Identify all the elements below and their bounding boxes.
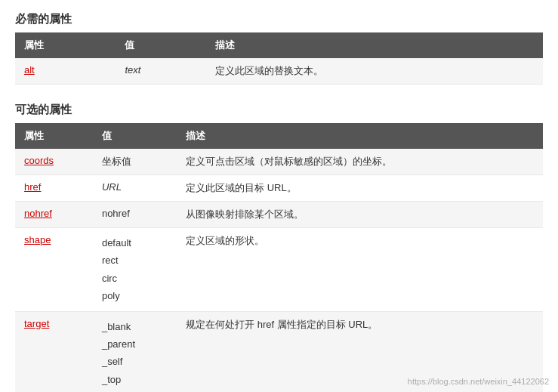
attr-cell[interactable]: shape xyxy=(15,228,93,312)
value-cell: defaultrectcircpoly xyxy=(93,228,177,312)
optional-header-desc: 描述 xyxy=(177,123,543,149)
table-row: shapedefaultrectcircpoly定义区域的形状。 xyxy=(15,228,543,312)
table-row: hrefURL定义此区域的目标 URL。 xyxy=(15,175,543,202)
required-section-title: 必需的属性 xyxy=(15,12,543,26)
optional-header-attr: 属性 xyxy=(15,123,93,149)
value-cell: URL xyxy=(93,175,177,202)
optional-header-val: 值 xyxy=(93,123,177,149)
attr-cell[interactable]: href xyxy=(15,175,93,202)
desc-cell: 定义可点击区域（对鼠标敏感的区域）的坐标。 xyxy=(177,149,543,175)
attr-cell[interactable]: alt xyxy=(15,58,116,85)
desc-cell: 定义此区域的目标 URL。 xyxy=(177,175,543,202)
required-header-attr: 属性 xyxy=(15,32,116,58)
desc-cell: 定义此区域的替换文本。 xyxy=(206,58,543,85)
table-row: nohrefnohref从图像映射排除某个区域。 xyxy=(15,202,543,228)
value-cell: text xyxy=(116,58,206,85)
optional-table: 属性 值 描述 coords坐标值定义可点击区域（对鼠标敏感的区域）的坐标。hr… xyxy=(15,123,543,392)
required-header-desc: 描述 xyxy=(206,32,543,58)
table-row: alttext定义此区域的替换文本。 xyxy=(15,58,543,85)
table-row: coords坐标值定义可点击区域（对鼠标敏感的区域）的坐标。 xyxy=(15,149,543,175)
value-cell: nohref xyxy=(93,202,177,228)
attr-cell[interactable]: target xyxy=(15,311,93,392)
required-table: 属性 值 描述 alttext定义此区域的替换文本。 xyxy=(15,32,543,85)
desc-cell: 定义区域的形状。 xyxy=(177,228,543,312)
attr-cell[interactable]: coords xyxy=(15,149,93,175)
value-cell: _blank_parent_self_top xyxy=(93,311,177,392)
value-cell: 坐标值 xyxy=(93,149,177,175)
attr-cell[interactable]: nohref xyxy=(15,202,93,228)
optional-section-title: 可选的属性 xyxy=(15,103,543,117)
required-header-val: 值 xyxy=(116,32,206,58)
desc-cell: 从图像映射排除某个区域。 xyxy=(177,202,543,228)
watermark: https://blog.csdn.net/weixin_44122062 xyxy=(408,377,549,386)
